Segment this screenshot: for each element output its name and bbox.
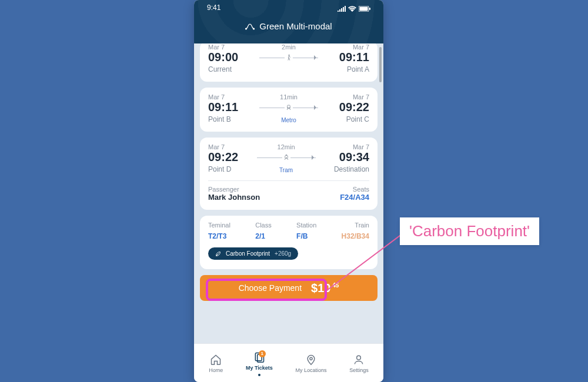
route-arrow [259,52,318,63]
notification-badge: 1 [259,350,266,357]
depart-date: Mar 7 [208,93,225,100]
seats-value: F24/A34 [340,193,369,202]
arrive-time: 09:34 [339,150,369,164]
tab-settings[interactable]: Settings [349,354,369,373]
svg-point-4 [253,28,255,29]
route-arrow [257,152,316,163]
callout-text: 'Carbon Footprint' [409,222,530,240]
detail-grid: TeminalT2/T3 Class2/1 StationF/B TrainH3… [208,222,369,240]
arrive-date: Mar 7 [353,43,369,51]
arrive-loc: Point A [347,65,369,73]
carbon-value: +260g [275,250,291,257]
route-arrow [259,102,318,113]
mode-label: Metro [281,117,296,123]
duration: 12min [278,143,295,150]
status-time: 9:41 [207,4,220,14]
detail-label: Train [355,222,369,229]
svg-point-3 [246,28,247,29]
status-bar: 9:41 [194,4,383,14]
arrive-loc: Point C [346,115,369,123]
app-header: 9:41 Green Multi-modal [194,0,383,43]
choose-payment-button[interactable]: Choose Payment $10.45 [200,275,377,301]
detail-value: 2/1 [255,232,265,240]
arrive-date: Mar 7 [353,93,369,100]
tab-label: Settings [349,367,369,373]
tram-icon [282,153,290,162]
scrollbar[interactable] [379,47,382,82]
svg-point-14 [357,356,361,360]
arrive-time: 09:11 [339,51,369,64]
metro-icon [285,103,293,112]
leg-card[interactable]: Mar 7 09:11 Point B 11min Metro Mar 7 09… [200,88,377,132]
tab-my-locations[interactable]: My Locations [295,354,326,373]
depart-time: 09:22 [208,150,238,164]
detail-label: Teminal [208,222,230,229]
svg-point-13 [310,357,312,360]
tab-label: My Tickets [246,365,273,371]
arrive-date: Mar 7 [353,143,369,150]
tab-label: My Locations [295,367,326,373]
tab-label: Home [209,367,223,373]
detail-value: F/B [296,232,308,240]
walk-icon [285,53,293,62]
wifi-icon [348,6,356,12]
mode-label: Tram [279,167,293,173]
phone-frame: 9:41 Green Multi-modal Mar 7 09:00 Curre… [194,0,383,382]
leg-card[interactable]: Mar 7 09:00 Current 2min Mar 7 09:11 Poi… [200,43,377,82]
leg-card[interactable]: Mar 7 09:22 Point D 12min Tram Mar 7 09:… [200,138,377,210]
home-icon [210,354,222,366]
tab-my-tickets[interactable]: 1 My Tickets [246,351,273,376]
page-title: Green Multi-modal [259,21,332,31]
detail-label: Class [255,222,272,229]
cellular-icon [338,6,346,12]
scroll-area[interactable]: Mar 7 09:00 Current 2min Mar 7 09:11 Poi… [194,43,383,343]
leaf-icon [215,251,221,257]
arrive-loc: Destination [334,165,369,173]
depart-date: Mar 7 [208,43,225,51]
svg-point-10 [286,158,286,158]
depart-date: Mar 7 [208,143,225,150]
svg-point-8 [289,108,290,108]
location-icon [305,354,317,366]
depart-loc: Point B [208,115,231,123]
depart-loc: Current [208,65,232,73]
passenger-name: Mark Johnson [208,193,260,202]
svg-rect-1 [360,7,368,11]
ticket-card: TeminalT2/T3 Class2/1 StationF/B TrainH3… [200,216,377,301]
seats-label: Seats [353,186,369,193]
carbon-label: Carbon Footprint [226,250,270,257]
svg-point-5 [289,55,290,56]
person-icon [353,354,365,366]
svg-point-7 [288,108,288,108]
passenger-row: Passenger Mark Johnson Seats F24/A34 [208,180,369,202]
arrive-time: 09:22 [339,100,369,114]
route-icon [245,23,255,30]
depart-time: 09:00 [208,51,238,64]
battery-icon [359,6,370,12]
cta-price: $10.45 [311,282,339,295]
detail-value: T2/T3 [208,232,226,240]
tab-bar: Home 1 My Tickets My Locations Settings [194,343,383,382]
tab-home[interactable]: Home [209,354,223,373]
depart-loc: Point D [208,165,231,173]
header-title-row: Green Multi-modal [194,21,383,31]
annotation-callout: 'Carbon Footprint' [400,217,539,245]
status-icons [338,4,370,14]
detail-value: H32/B34 [342,232,369,240]
duration: 2min [282,43,296,51]
depart-time: 09:11 [208,100,238,114]
detail-label: Station [296,222,316,229]
carbon-footprint-pill[interactable]: Carbon Footprint +260g [208,247,298,260]
svg-rect-2 [369,8,370,10]
passenger-label: Passenger [208,186,239,193]
page-indicator-dot [258,374,260,376]
duration: 11min [280,93,298,100]
cta-label: Choose Payment [239,283,302,293]
